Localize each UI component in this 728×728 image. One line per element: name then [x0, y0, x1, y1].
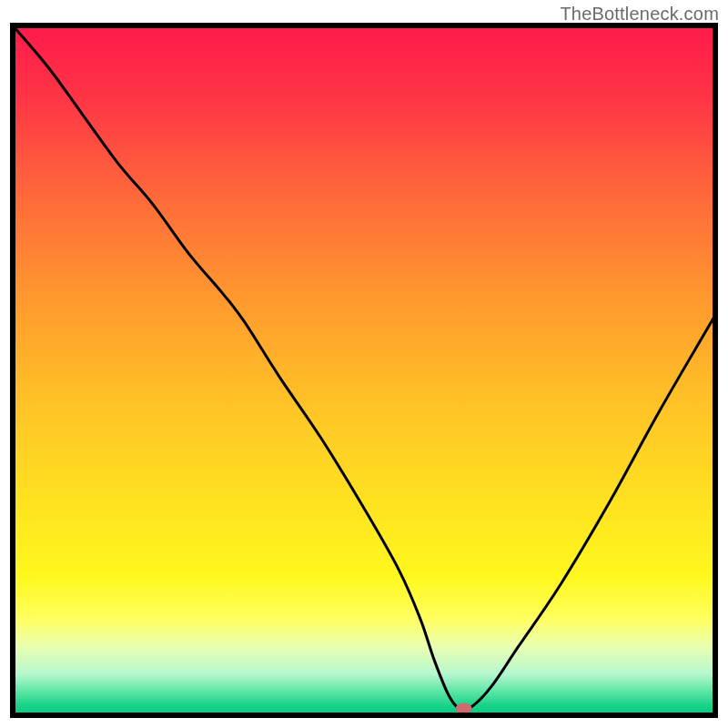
watermark-text: TheBottleneck.com	[560, 4, 719, 25]
chart-svg	[0, 0, 728, 728]
bottleneck-chart: TheBottleneck.com	[0, 0, 728, 728]
gradient-background	[13, 25, 715, 715]
optimum-marker	[456, 703, 472, 713]
plot-area	[13, 25, 715, 715]
